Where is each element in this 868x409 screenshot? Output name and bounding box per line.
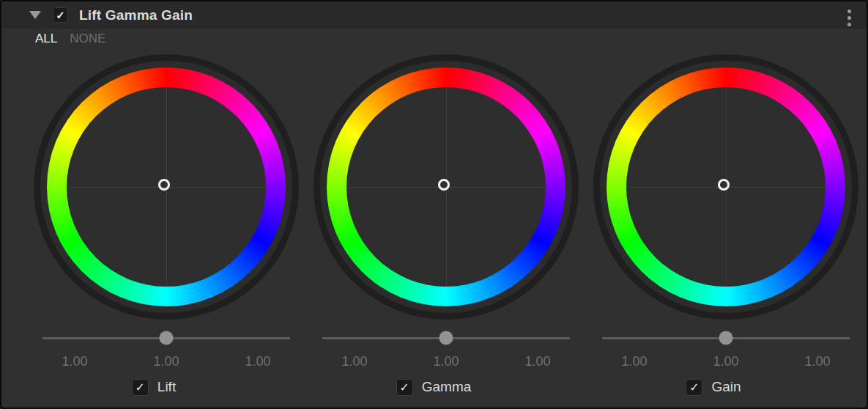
gain-values: 1.00 1.00 1.00 bbox=[593, 354, 858, 369]
select-toolbar: ALL NONE bbox=[1, 29, 867, 49]
trackball-column-lift: 1.00 1.00 1.00 ✓ Lift bbox=[34, 54, 299, 396]
check-icon: ✓ bbox=[689, 380, 699, 394]
gamma-color-wheel[interactable] bbox=[314, 54, 579, 320]
panel-header: ✓ Lift Gamma Gain bbox=[1, 1, 867, 29]
gain-check-row: ✓ Gain bbox=[581, 378, 846, 396]
value-label: 1.00 bbox=[504, 354, 571, 369]
trackballs-row: 1.00 1.00 1.00 ✓ Lift bbox=[1, 54, 867, 396]
lift-checkbox[interactable]: ✓ bbox=[132, 379, 149, 396]
trackball-column-gain: 1.00 1.00 1.00 ✓ Gain bbox=[593, 54, 858, 396]
panel-title: Lift Gamma Gain bbox=[79, 7, 193, 23]
gamma-checkbox[interactable]: ✓ bbox=[396, 379, 413, 396]
wheel-point-indicator bbox=[438, 179, 450, 191]
lift-label: Lift bbox=[157, 379, 176, 395]
value-label: 1.00 bbox=[692, 354, 760, 369]
gamma-offset-slider[interactable] bbox=[322, 331, 570, 345]
value-label: 1.00 bbox=[133, 354, 200, 369]
gamma-label: Gamma bbox=[422, 379, 472, 395]
lift-values: 1.00 1.00 1.00 bbox=[34, 354, 299, 369]
value-label: 1.00 bbox=[601, 354, 668, 369]
slider-thumb[interactable] bbox=[439, 331, 453, 345]
trackball-column-gamma: 1.00 1.00 1.00 ✓ Gamma bbox=[314, 54, 579, 396]
slider-thumb[interactable] bbox=[160, 331, 174, 345]
wheel-point-indicator bbox=[718, 179, 730, 191]
gain-offset-slider[interactable] bbox=[602, 331, 850, 345]
kebab-menu-icon[interactable] bbox=[847, 10, 851, 26]
lift-offset-slider[interactable] bbox=[42, 331, 290, 345]
gamma-check-row: ✓ Gamma bbox=[301, 378, 566, 396]
lift-gamma-gain-panel: ✓ Lift Gamma Gain ALL NONE bbox=[0, 0, 868, 409]
slider-thumb[interactable] bbox=[719, 331, 733, 345]
value-label: 1.00 bbox=[41, 354, 108, 369]
gain-color-wheel[interactable] bbox=[593, 54, 858, 320]
check-icon: ✓ bbox=[400, 380, 409, 394]
check-icon: ✓ bbox=[56, 9, 65, 22]
gain-checkbox[interactable]: ✓ bbox=[686, 379, 702, 396]
lift-check-row: ✓ Lift bbox=[21, 378, 286, 396]
value-label: 1.00 bbox=[784, 354, 851, 369]
value-label: 1.00 bbox=[224, 354, 292, 369]
gain-label: Gain bbox=[711, 379, 741, 395]
effect-enabled-checkbox[interactable]: ✓ bbox=[53, 7, 68, 23]
lift-color-wheel[interactable] bbox=[34, 54, 299, 320]
select-all-button[interactable]: ALL bbox=[35, 32, 57, 46]
foldout-triangle-icon[interactable] bbox=[29, 11, 41, 19]
gamma-values: 1.00 1.00 1.00 bbox=[314, 354, 579, 369]
wheel-point-indicator bbox=[158, 179, 170, 191]
value-label: 1.00 bbox=[412, 354, 480, 369]
check-icon: ✓ bbox=[136, 380, 145, 394]
select-none-button[interactable]: NONE bbox=[70, 32, 105, 46]
value-label: 1.00 bbox=[321, 354, 388, 369]
